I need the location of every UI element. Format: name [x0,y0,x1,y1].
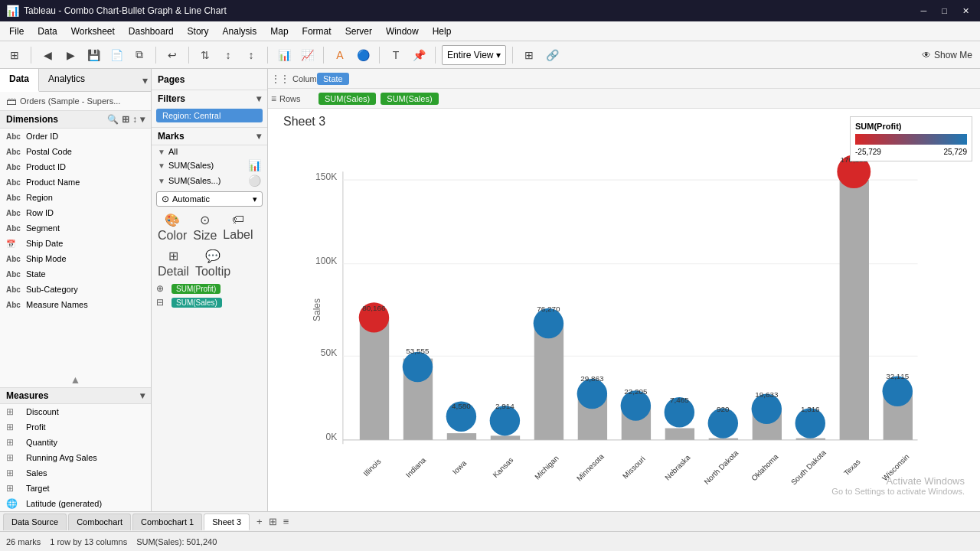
marks-label-btn[interactable]: 🏷 Label [223,213,253,243]
sheet-list-icon[interactable]: ≡ [281,515,292,528]
marks-sum-sales-bar[interactable]: ▼ SUM(Sales) 📊 [152,158,267,173]
menu-file[interactable]: File [3,24,30,38]
toolbar-text[interactable]: T [386,45,406,65]
field-row-id[interactable]: Abc Row ID [0,205,151,220]
bar-iowa [447,433,476,440]
pages-label: Pages [158,74,185,85]
toolbar-sort1[interactable]: ↕ [218,45,238,65]
field-discount[interactable]: ⊞ Discount [0,404,151,419]
marks-type-dropdown[interactable]: ⊙ Automatic ▾ [156,191,263,207]
menu-window[interactable]: Window [380,24,425,38]
field-latitude[interactable]: 🌐 Latitude (generated) [0,496,151,511]
toolbar-share[interactable]: 🔗 [542,45,562,65]
marks-expand-icon[interactable]: ▾ [256,131,261,142]
view-dropdown[interactable]: Entire View ▾ [442,45,506,65]
state-pill[interactable]: State [317,73,349,85]
sum-sales-pill-2[interactable]: SUM(Sales) [381,93,438,105]
filters-expand-icon[interactable]: ▾ [256,93,261,104]
field-sales[interactable]: ⊞ Sales [0,465,151,481]
sum-profit-pill[interactable]: SUM(Profit) [172,284,220,294]
maximize-btn[interactable]: □ [937,5,952,17]
field-product-id[interactable]: Abc Product ID [0,159,151,174]
toolbar-chart2[interactable]: 📈 [297,45,317,65]
dimensions-sort-icon[interactable]: ↕ [132,114,137,125]
menu-story[interactable]: Story [181,24,215,38]
panel-options-btn[interactable]: ▾ [142,74,148,86]
dimensions-grid-icon[interactable]: ⊞ [122,114,129,125]
field-name: Latitude (generated) [26,499,102,508]
marks-header: Marks ▾ [152,128,267,145]
menu-data[interactable]: Data [31,24,63,38]
menu-help[interactable]: Help [426,24,458,38]
tab-data-source[interactable]: Data Source [3,514,67,530]
field-type-icon: ⊞ [6,468,23,478]
field-quantity[interactable]: ⊞ Quantity [0,435,151,450]
new-sheet-icon[interactable]: + [254,515,265,528]
field-region[interactable]: Abc Region [0,190,151,205]
field-ship-mode[interactable]: Abc Ship Mode [0,251,151,266]
toolbar-color[interactable]: A [330,45,350,65]
tab-sheet3[interactable]: Sheet 3 [204,514,250,530]
tab-analytics[interactable]: Analytics [39,69,94,91]
toolbar-new[interactable]: 📄 [106,45,126,65]
tab-data[interactable]: Data [0,69,39,92]
minimize-btn[interactable]: ─ [916,5,932,17]
menu-dashboard[interactable]: Dashboard [122,24,180,38]
menu-analysis[interactable]: Analysis [217,24,263,38]
xlabel-minnesota: Minnesota [575,452,606,482]
field-order-id[interactable]: Abc Order ID [0,129,151,144]
sum-sales-pill-1[interactable]: SUM(Sales) [318,93,376,105]
dimensions-label: Dimensions [6,114,58,125]
scroll-up-icon[interactable]: ▲ [70,373,81,386]
sum-sales-pill[interactable]: SUM(Sales) [172,298,222,308]
toolbar-sort2[interactable]: ↕ [241,45,261,65]
marks-all[interactable]: ▼ All [152,145,267,158]
toolbar-chart1[interactable]: 📊 [274,45,294,65]
field-postal-code[interactable]: Abc Postal Code [0,144,151,159]
toolbar-swap[interactable]: ⇅ [195,45,215,65]
toolbar-save[interactable]: 💾 [83,45,103,65]
tab-combochart1[interactable]: Combochart 1 [132,514,202,530]
data-source-row[interactable]: 🗃 Orders (Sample - Supers... [0,92,151,111]
field-ship-date[interactable]: 📅 Ship Date [0,236,151,251]
marks-color-btn[interactable]: 🎨 Color [158,213,187,243]
show-me-btn[interactable]: 👁 Show Me [922,41,972,68]
field-state[interactable]: Abc State [0,266,151,282]
menu-map[interactable]: Map [264,24,294,38]
field-measure-names[interactable]: Abc Measure Names [0,297,151,312]
marks-tooltip-btn[interactable]: 💬 Tooltip [195,249,230,279]
field-product-name[interactable]: Abc Product Name [0,174,151,190]
tab-combochart[interactable]: Combochart [68,514,131,530]
dimensions-expand-icon[interactable]: ▾ [140,114,145,125]
tab-data-source-label: Data Source [11,517,58,527]
filter-region-central[interactable]: Region: Central [156,109,263,122]
dimensions-search-icon[interactable]: 🔍 [107,114,119,125]
toolbar-pin[interactable]: 📌 [409,45,429,65]
toolbar-bars[interactable]: ⊞ [519,45,539,65]
marks-size-btn[interactable]: ⊙ Size [193,213,217,243]
toolbar-undo[interactable]: ↩ [162,45,182,65]
menu-format[interactable]: Format [296,24,338,38]
field-sub-category[interactable]: Abc Sub-Category [0,282,151,297]
toolbar-back[interactable]: ◀ [38,45,57,65]
marks-detail-btn[interactable]: ⊞ Detail [158,249,189,279]
close-btn[interactable]: ✕ [958,5,974,18]
field-running-avg[interactable]: ⊞ Running Avg Sales [0,450,151,465]
marks-profit-row: ⊕ SUM(Profit) [152,282,267,295]
menu-worksheet[interactable]: Worksheet [65,24,121,38]
field-profit[interactable]: ⊞ Profit [0,419,151,435]
toolbar-duplicate[interactable]: ⧉ [129,45,149,65]
menu-server[interactable]: Server [339,24,378,38]
toolbar-sep-5 [323,47,324,64]
field-type-icon: 🌐 [6,498,23,509]
sheet-grid-icon[interactable]: ⊞ [266,515,279,528]
measures-expand-icon[interactable]: ▾ [140,390,145,401]
chart-svg: 150K 100K 50K 0K Sales 80,166 [268,109,980,511]
field-segment[interactable]: Abc Segment [0,220,151,236]
marks-sum-sales-circle[interactable]: ▼ SUM(Sales...) ⚪ [152,173,267,188]
toolbar-home[interactable]: ⊞ [5,45,24,65]
toolbar-forward[interactable]: ▶ [60,45,80,65]
toolbar-label[interactable]: 🔵 [353,45,373,65]
status-marks: 26 marks [6,537,41,546]
field-target[interactable]: ⊞ Target [0,481,151,496]
